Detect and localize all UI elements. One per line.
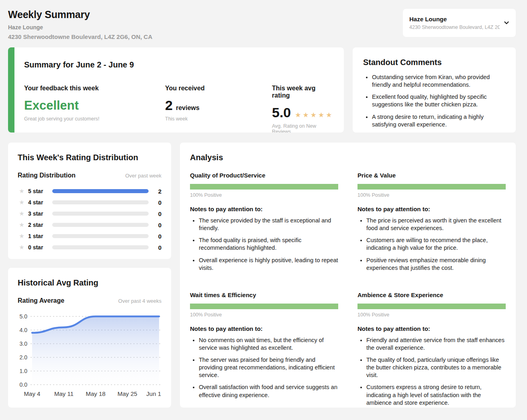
weekly-summary-card: Summary for June 2 - June 9 Your feedbac… <box>8 47 344 133</box>
store-address: 4230 Sherwoodtowne Boulevard, L4Z 2G6, O… <box>8 33 152 40</box>
analysis-note-item: The quality of food, particularly unique… <box>366 356 506 379</box>
rating-row: ★2 star0 <box>18 219 161 230</box>
standout-comment-item: Excellent food quality, highlighted by s… <box>372 93 505 108</box>
summary-body: Summary for June 2 - June 9 Your feedbac… <box>14 47 344 133</box>
positive-bar-track <box>357 304 506 309</box>
positive-bar-track <box>357 184 506 190</box>
rating-bar-track <box>52 223 149 227</box>
historical-chart-label: Rating Average <box>18 297 64 304</box>
metric-reviews-caption: This week <box>165 116 272 122</box>
x-axis-tick-label: May 18 <box>86 390 105 397</box>
metric-feedback-value: Excellent <box>24 98 79 113</box>
y-axis-tick-label: 5.0 <box>20 313 28 320</box>
store-selector-address: 4230 Sherwoodtowne Boulevard, L4Z 2G6, .… <box>409 24 500 30</box>
rating-row-count: 0 <box>151 244 161 251</box>
analysis-section-title: Quality of Product/Service <box>190 172 338 179</box>
analysis-note-item: Overall experience is highly positive, l… <box>199 257 338 272</box>
rating-distribution-card: This Week's Rating Distribution Rating D… <box>8 143 171 259</box>
positive-percentage-label: 100% Positive <box>190 192 338 198</box>
analysis-section: Ambience & Store Experience100% Positive… <box>357 292 506 411</box>
analysis-sections-grid: Quality of Product/Service100% PositiveN… <box>190 172 506 411</box>
standout-comment-item: A strong desire to return, indicating a … <box>372 113 505 128</box>
metric-avg-value: 5.0 <box>272 106 291 119</box>
analysis-notes-list: No comments on wait times, but the effic… <box>190 336 338 399</box>
star-icon: ★ <box>18 232 26 240</box>
positive-bar-track <box>190 304 338 309</box>
analysis-note-item: Friendly and attentive service from the … <box>366 336 506 352</box>
metric-reviews-unit: reviews <box>176 104 200 112</box>
historical-rating-card: Historical Avg Rating Rating Average Ove… <box>8 268 171 408</box>
rating-row-label: 0 star <box>28 244 50 251</box>
positive-percentage-label: 100% Positive <box>357 192 506 198</box>
positive-percentage-label: 100% Positive <box>190 312 338 318</box>
weekly-summary-page: Weekly Summary Haze Lounge 4230 Sherwood… <box>0 0 527 408</box>
y-axis-tick-label: 0.0 <box>20 381 28 388</box>
rating-row-count: 0 <box>151 222 161 228</box>
rating-average-line-chart: 0.01.02.03.04.05.0May 4May 11May 18May 2… <box>18 311 161 400</box>
page-title: Weekly Summary <box>8 9 152 20</box>
y-axis-tick-label: 2.0 <box>20 354 28 361</box>
positive-percentage-label: 100% Positive <box>357 312 506 318</box>
summary-title: Summary for June 2 - June 9 <box>24 60 334 69</box>
analysis-section-title: Price & Value <box>357 172 506 179</box>
y-axis-tick-label: 3.0 <box>20 340 28 347</box>
analysis-section-title: Wait times & Efficiency <box>190 292 338 298</box>
summary-accent-stripe <box>8 47 14 133</box>
rating-row-label: 1 star <box>28 233 50 239</box>
rating-row: ★5 star2 <box>18 186 161 197</box>
analysis-section: Quality of Product/Service100% PositiveN… <box>190 172 338 276</box>
store-selector-dropdown[interactable]: Haze Lounge 4230 Sherwoodtowne Boulevard… <box>403 9 516 37</box>
y-axis-tick-label: 4.0 <box>20 327 28 333</box>
x-axis-tick-label: May 25 <box>117 390 137 397</box>
analysis-note-item: Customers are willing to recommend the p… <box>366 237 506 252</box>
header-titles: Weekly Summary Haze Lounge 4230 Sherwood… <box>8 9 152 40</box>
analysis-section-title: Ambience & Store Experience <box>357 292 506 298</box>
store-name: Haze Lounge <box>8 24 152 31</box>
analysis-title: Analysis <box>190 153 506 162</box>
analysis-note-item: The price is perceived as worth it given… <box>366 217 506 232</box>
rating-row-count: 0 <box>151 199 161 206</box>
metric-avg-caption: Avg. Rating on New Reviews <box>272 123 334 133</box>
star-icon: ★ <box>18 210 26 217</box>
positive-bar-fill <box>357 184 506 190</box>
rating-distribution-title: This Week's Rating Distribution <box>18 153 161 162</box>
rating-row-label: 5 star <box>28 188 50 194</box>
star-icon: ★ <box>18 188 26 195</box>
analysis-notes-list: Friendly and attentive service from the … <box>357 336 506 407</box>
x-axis-tick-label: Jun 1 <box>146 390 161 397</box>
analysis-notes-list: The service provided by the staff is exc… <box>190 217 338 272</box>
notes-label: Notes to pay attention to: <box>190 206 338 212</box>
metric-reviews-label: You received <box>165 85 272 92</box>
rating-chart-period: Over past week <box>125 173 161 179</box>
star-icon: ★ <box>18 244 26 251</box>
rating-stars-icon: ★★★★★ <box>295 111 333 119</box>
notes-label: Notes to pay attention to: <box>357 325 506 332</box>
analysis-note-item: Customers express a strong desire to ret… <box>366 383 506 406</box>
analysis-note-item: The server was praised for being friendl… <box>199 356 338 379</box>
store-selector-name: Haze Lounge <box>409 16 500 22</box>
rating-bar-track <box>52 200 149 204</box>
historical-chart-period: Over past 4 weeks <box>118 298 161 304</box>
notes-label: Notes to pay attention to: <box>357 206 506 212</box>
star-icon: ★ <box>18 199 26 206</box>
left-column: This Week's Rating Distribution Rating D… <box>8 143 171 408</box>
analysis-note-item: Overall satisfaction with food and servi… <box>199 383 338 399</box>
rating-row-label: 3 star <box>28 210 50 217</box>
metric-feedback-caption: Great job serving your customers! <box>24 116 165 122</box>
rating-row-count: 0 <box>151 210 161 217</box>
rating-row-count: 2 <box>151 188 161 195</box>
rating-bar-track <box>52 212 149 216</box>
rating-row: ★3 star0 <box>18 208 161 219</box>
analysis-section: Price & Value100% PositiveNotes to pay a… <box>357 172 506 276</box>
rating-row: ★0 star0 <box>18 242 161 253</box>
rating-row: ★1 star0 <box>18 230 161 242</box>
notes-label: Notes to pay attention to: <box>190 325 338 332</box>
chevron-down-icon[interactable] <box>504 20 509 26</box>
positive-bar-track <box>190 184 338 190</box>
summary-metrics: Your feedback this week Excellent Great … <box>24 85 334 133</box>
standout-comments-list: Outstanding service from Kiran, who prov… <box>363 73 505 128</box>
dashboard-grid: Summary for June 2 - June 9 Your feedbac… <box>0 47 527 408</box>
analysis-notes-list: The price is perceived as worth it given… <box>357 217 506 272</box>
metric-feedback: Your feedback this week Excellent Great … <box>24 85 165 133</box>
store-selector-texts: Haze Lounge 4230 Sherwoodtowne Boulevard… <box>409 16 500 30</box>
